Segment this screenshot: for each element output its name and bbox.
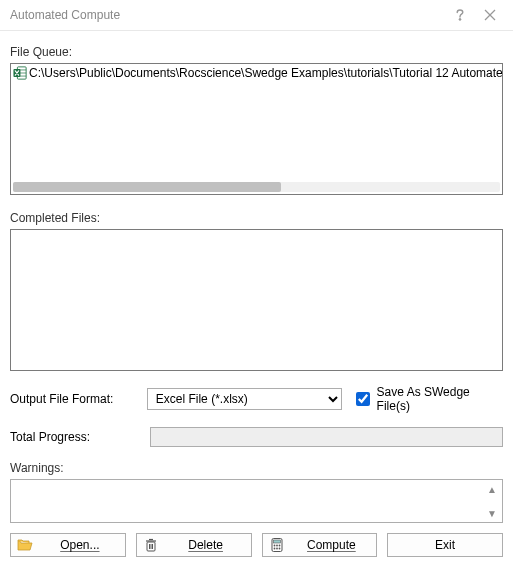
- file-queue-hscrollbar[interactable]: [13, 182, 500, 192]
- scrollbar-thumb[interactable]: [13, 182, 281, 192]
- svg-rect-15: [273, 540, 280, 543]
- help-button[interactable]: [445, 0, 475, 30]
- svg-point-19: [273, 548, 275, 550]
- trash-icon: [143, 537, 159, 553]
- file-queue-list[interactable]: C:\Users\Public\Documents\Rocscience\Swe…: [10, 63, 503, 195]
- svg-point-0: [459, 19, 461, 21]
- file-queue-item[interactable]: C:\Users\Public\Documents\Rocscience\Swe…: [11, 64, 502, 82]
- file-path: C:\Users\Public\Documents\Rocscience\Swe…: [29, 66, 503, 80]
- save-as-swedge-checkbox[interactable]: [356, 392, 370, 406]
- file-queue-label: File Queue:: [10, 45, 503, 59]
- total-progress-row: Total Progress:: [10, 427, 503, 447]
- warnings-label: Warnings:: [10, 461, 503, 475]
- scroll-down-arrow[interactable]: ▼: [484, 506, 500, 520]
- svg-point-17: [276, 545, 278, 547]
- total-progress-label: Total Progress:: [10, 430, 140, 444]
- window-title: Automated Compute: [10, 8, 445, 22]
- svg-point-21: [278, 548, 280, 550]
- scroll-up-arrow[interactable]: ▲: [484, 482, 500, 496]
- titlebar: Automated Compute: [0, 0, 513, 31]
- output-format-row: Output File Format: Excel File (*.xlsx) …: [10, 385, 503, 413]
- svg-point-18: [278, 545, 280, 547]
- svg-point-20: [276, 548, 278, 550]
- delete-button[interactable]: Delete: [136, 533, 252, 557]
- excel-icon: [13, 66, 27, 80]
- folder-open-icon: [17, 537, 33, 553]
- dialog-content: File Queue: C:\Users\Public\Documents\Ro…: [0, 31, 513, 567]
- button-row: Open... Delete: [10, 533, 503, 557]
- exit-button[interactable]: Exit: [387, 533, 503, 557]
- total-progress-bar: [150, 427, 503, 447]
- compute-button[interactable]: Compute: [262, 533, 378, 557]
- completed-files-list[interactable]: [10, 229, 503, 371]
- warnings-box[interactable]: ▲ ▼: [10, 479, 503, 523]
- open-button[interactable]: Open...: [10, 533, 126, 557]
- svg-point-16: [273, 545, 275, 547]
- close-button[interactable]: [475, 0, 505, 30]
- output-format-label: Output File Format:: [10, 392, 137, 406]
- warnings-vscrollbar[interactable]: ▲ ▼: [484, 482, 500, 520]
- save-as-swedge-option[interactable]: Save As SWedge File(s): [352, 385, 503, 413]
- save-as-swedge-label: Save As SWedge File(s): [377, 385, 503, 413]
- completed-files-label: Completed Files:: [10, 211, 503, 225]
- output-format-select[interactable]: Excel File (*.xlsx): [147, 388, 342, 410]
- calculator-icon: [269, 537, 285, 553]
